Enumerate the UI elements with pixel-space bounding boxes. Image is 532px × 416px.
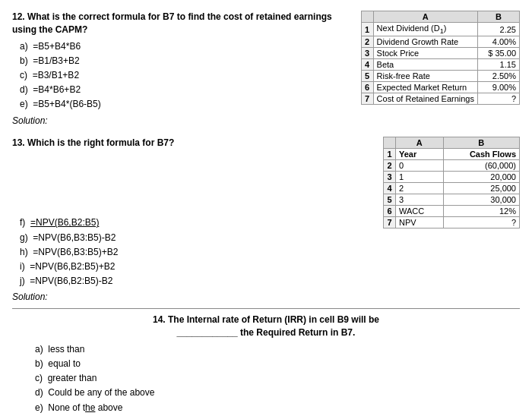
q14-title-line2: the Required Return in B7. — [240, 327, 355, 338]
table-cell: (60,000) — [443, 159, 519, 171]
q13-title: 13. Which is the right formula for B7? — [12, 137, 375, 150]
q14-title: 14. The Internal rate of Return (IRR) in… — [12, 314, 520, 339]
q12-options: a) =B5+B4*B6 b) =B1/B3+B2 c) =B3/B1+B2 d… — [12, 39, 353, 112]
table-row: 7 NPV ? — [384, 216, 520, 228]
table-cell: Cost of Retained Earnings — [373, 93, 477, 105]
q13-solution: Solution: — [12, 292, 375, 302]
q13-table-container: A B 1 Year Cash Flows 2 0 (60,000) 3 1 2… — [383, 137, 520, 303]
table-cell: 3 — [396, 194, 444, 205]
table-cell — [384, 137, 396, 148]
table-row: 4 2 25,000 — [384, 182, 520, 194]
table-cell: 12% — [443, 205, 519, 216]
table-row: 3 1 20,000 — [384, 171, 520, 182]
list-item: g) =NPV(B6,B3:B5)-B2 — [20, 231, 375, 245]
option-label: j) — [20, 276, 25, 286]
q12-table: A B 1 Next Dividend (D1) 2.25 2 Dividend… — [361, 11, 520, 105]
table-cell: 7 — [361, 93, 373, 105]
list-item: i) =NPV(B6,B2:B5)+B2 — [20, 260, 375, 274]
q13-options: f) =NPV(B6,B2:B5) g) =NPV(B6,B3:B5)-B2 h… — [12, 216, 375, 288]
table-cell: B — [443, 137, 519, 148]
table-cell: 2.25 — [478, 23, 520, 36]
list-item: e) None of the above — [35, 401, 520, 415]
table-cell: A — [396, 137, 444, 148]
q12-solution: Solution: — [12, 115, 353, 126]
table-cell: ? — [478, 93, 520, 105]
list-item: d) =B4*B6+B2 — [20, 83, 353, 97]
list-item: c) =B3/B1+B2 — [20, 68, 353, 83]
list-item: b) =B1/B3+B2 — [20, 54, 353, 68]
q13-text-section: 13. Which is the right formula for B7? f… — [12, 137, 375, 303]
option-label: f) — [20, 217, 25, 228]
table-cell: 4 — [384, 182, 396, 194]
option-label: a) — [20, 41, 28, 52]
table-row: 5 3 30,000 — [384, 194, 520, 205]
table-row: A B — [384, 137, 520, 148]
q14-options: a) less than b) equal to c) greater than… — [12, 342, 520, 415]
table-row: 6 Expected Market Return 9.00% — [361, 82, 519, 93]
q12-title: 12. What is the correct formula for B7 t… — [12, 11, 353, 36]
table-cell: 6 — [361, 82, 373, 93]
question-12-block: 12. What is the correct formula for B7 t… — [12, 11, 520, 126]
table-cell: 5 — [361, 71, 373, 82]
list-item: f) =NPV(B6,B2:B5) — [20, 216, 375, 230]
q14-blank: ____________ — [177, 327, 238, 338]
table-cell: 5 — [384, 194, 396, 205]
table-cell — [361, 11, 373, 23]
option-label: d) — [35, 387, 43, 398]
option-label: h) — [20, 247, 28, 257]
option-label: i) — [20, 261, 25, 272]
table-row: 7 Cost of Retained Earnings ? — [361, 93, 519, 105]
table-row: 6 WACC 12% — [384, 205, 520, 216]
list-item: c) greater than — [35, 371, 520, 386]
table-row: 4 Beta 1.15 — [361, 59, 519, 71]
question-13-block: 13. Which is the right formula for B7? f… — [12, 137, 520, 303]
table-cell: $ 35.00 — [478, 48, 520, 59]
table-cell: Cash Flows — [443, 148, 519, 159]
table-cell: Expected Market Return — [373, 82, 477, 93]
option-label: e) — [35, 402, 43, 413]
table-cell: 2 — [361, 36, 373, 48]
table-cell: 6 — [384, 205, 396, 216]
option-label: c) — [35, 373, 43, 383]
option-label: a) — [35, 344, 43, 355]
table-cell: 25,000 — [443, 182, 519, 194]
table-row: 1 Next Dividend (D1) 2.25 — [361, 23, 519, 36]
table-cell: Year — [396, 148, 444, 159]
option-label: b) — [20, 55, 28, 66]
table-row: 2 Dividend Growth Rate 4.00% — [361, 36, 519, 48]
list-item: a) =B5+B4*B6 — [20, 39, 353, 54]
q12-table-container: A B 1 Next Dividend (D1) 2.25 2 Dividend… — [361, 11, 520, 126]
table-cell: 9.00% — [478, 82, 520, 93]
table-cell: 20,000 — [443, 171, 519, 182]
table-cell: 3 — [384, 171, 396, 182]
table-cell: Risk-free Rate — [373, 71, 477, 82]
table-cell: 1 — [396, 171, 444, 182]
table-cell: Next Dividend (D1) — [373, 23, 477, 36]
table-row: 1 Year Cash Flows — [384, 148, 520, 159]
list-item: j) =NPV(B6,B2:B5)-B2 — [20, 274, 375, 288]
list-item: d) Could be any of the above — [35, 386, 520, 400]
table-cell: 1 — [361, 23, 373, 36]
table-cell: 4 — [361, 59, 373, 71]
table-cell: B — [478, 11, 520, 23]
table-cell: ? — [443, 216, 519, 228]
q12-text-section: 12. What is the correct formula for B7 t… — [12, 11, 353, 126]
table-cell: NPV — [396, 216, 444, 228]
table-cell: Beta — [373, 59, 477, 71]
table-cell: 2 — [384, 159, 396, 171]
list-item: h) =NPV(B6,B3:B5)+B2 — [20, 245, 375, 260]
table-cell: 4.00% — [478, 36, 520, 48]
table-cell: 2 — [396, 182, 444, 194]
table-row: A B — [361, 11, 519, 23]
table-cell: 3 — [361, 48, 373, 59]
question-14-block: 14. The Internal rate of Return (IRR) in… — [12, 308, 520, 416]
table-cell: 0 — [396, 159, 444, 171]
option-label: b) — [35, 358, 43, 369]
option-label: g) — [20, 232, 28, 243]
table-cell: WACC — [396, 205, 444, 216]
table-cell: Stock Price — [373, 48, 477, 59]
table-cell: 30,000 — [443, 194, 519, 205]
q14-title-text: 14. The Internal rate of Return (IRR) in… — [153, 314, 379, 325]
table-row: 5 Risk-free Rate 2.50% — [361, 71, 519, 82]
table-row: 2 0 (60,000) — [384, 159, 520, 171]
